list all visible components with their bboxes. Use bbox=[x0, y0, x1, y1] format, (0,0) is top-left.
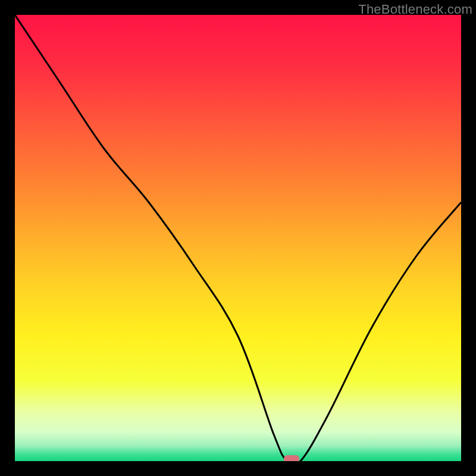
optimum-marker bbox=[284, 455, 299, 461]
plot-area bbox=[15, 15, 461, 461]
chart-svg bbox=[15, 15, 461, 461]
chart-frame: TheBottleneck.com bbox=[0, 0, 476, 476]
gradient-background bbox=[15, 15, 461, 461]
